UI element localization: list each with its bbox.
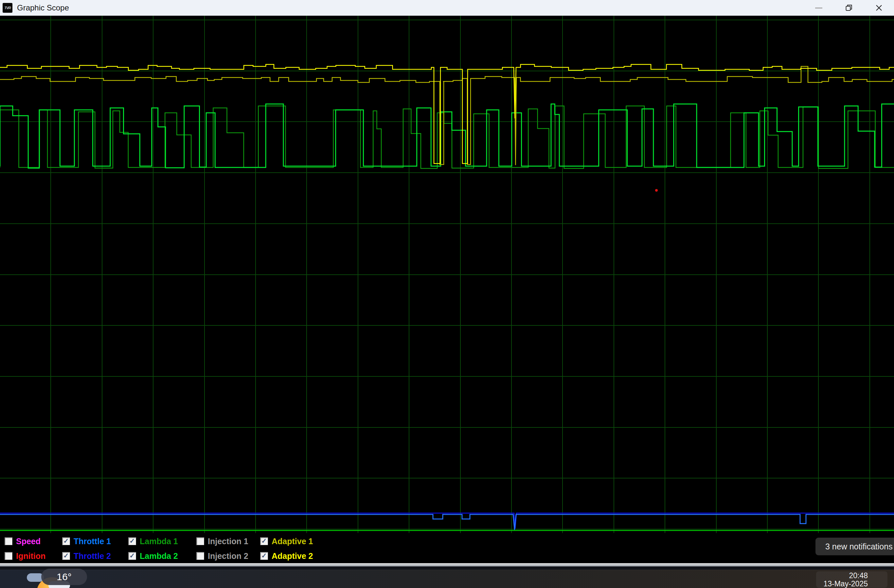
channel-label-speed: Speed [16,537,41,546]
channel-row-lambda-2: ✓Lambda 2 [128,550,178,561]
channel-checkbox-adaptive-2[interactable]: ✓ [260,552,268,560]
channel-checkbox-throttle-1[interactable]: ✓ [62,537,70,545]
clock-time: 20:48 [799,571,868,580]
notification-toast[interactable]: 3 new notifications [815,538,894,555]
channel-checkbox-lambda-2[interactable]: ✓ [128,552,136,560]
channel-row-speed: Speed [5,536,41,547]
window-bottom-border [0,563,894,567]
weather-widget[interactable]: 16° [0,570,98,588]
channel-label-ignition: Ignition [16,551,45,561]
close-button[interactable] [864,0,894,16]
channel-row-lambda-1: ✓Lambda 1 [128,536,178,547]
channel-row-adaptive-1: ✓Adaptive 1 [260,536,313,547]
window-title: Graphic Scope [17,3,69,12]
channel-checkbox-injection-1[interactable] [196,537,204,545]
title-bar: TVR Graphic Scope [0,0,894,16]
channel-row-throttle-2: ✓Throttle 2 [62,550,111,561]
restore-button[interactable] [834,0,864,16]
notification-toast-text: 3 new notifications [825,542,893,551]
channel-label-injection-1: Injection 1 [208,537,248,546]
restore-icon [845,4,853,12]
channel-checkbox-ignition[interactable] [5,552,12,560]
taskbar: 16° Search ♪ ♫ ♪ [0,570,894,588]
channel-label-adaptive-1: Adaptive 1 [272,537,313,546]
channel-row-injection-2: Injection 2 [196,550,248,561]
temperature-badge: 16° [41,569,87,585]
minimize-icon [815,8,822,9]
desktop: TVR Graphic Scope SpeedIgnition✓Throttle… [0,0,894,588]
minimize-button[interactable] [804,0,834,16]
channel-checkbox-injection-2[interactable] [196,552,204,560]
clock-date: 13-May-2025 [799,580,868,588]
channel-control-bar: SpeedIgnition✓Throttle 1✓Throttle 2✓Lamb… [0,533,894,563]
channel-checkbox-speed[interactable] [5,537,12,545]
channel-checkbox-throttle-2[interactable]: ✓ [62,552,70,560]
channel-checkbox-adaptive-1[interactable]: ✓ [260,537,268,545]
app-icon-tvr: TVR [3,3,12,13]
desktop-strip [0,567,894,570]
channel-row-ignition: Ignition [5,550,45,561]
channel-label-lambda-1: Lambda 1 [140,537,178,546]
channel-row-throttle-1: ✓Throttle 1 [62,536,111,547]
channel-label-adaptive-2: Adaptive 2 [272,551,313,561]
channel-checkbox-lambda-1[interactable]: ✓ [128,537,136,545]
channel-label-throttle-2: Throttle 2 [74,551,111,561]
taskbar-clock[interactable]: 20:48 13-May-2025 [799,571,868,588]
channel-label-injection-2: Injection 2 [208,551,248,561]
scope-display [0,16,894,533]
channel-label-lambda-2: Lambda 2 [140,551,178,561]
channel-row-injection-1: Injection 1 [196,536,248,547]
close-icon [875,4,883,12]
channel-label-throttle-1: Throttle 1 [74,537,111,546]
channel-row-adaptive-2: ✓Adaptive 2 [260,550,313,561]
